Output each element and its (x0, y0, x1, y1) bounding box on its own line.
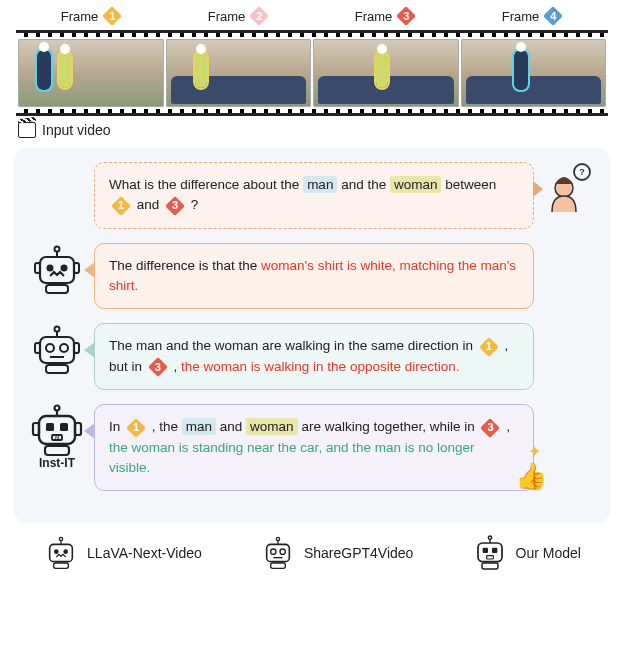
svg-rect-29 (45, 446, 69, 455)
svg-point-16 (55, 327, 60, 332)
frame-3-label: Frame3 (355, 6, 417, 26)
diamond-icon: 1 (479, 337, 499, 357)
svg-rect-42 (271, 563, 286, 568)
conversation-panel: ? What is the difference about the man a… (14, 148, 610, 523)
svg-rect-17 (35, 343, 40, 353)
diamond-icon: 1 (111, 196, 131, 216)
svg-rect-11 (40, 337, 74, 363)
svg-rect-27 (33, 423, 39, 435)
svg-point-37 (271, 549, 276, 554)
frame-4-label: Frame4 (502, 6, 564, 26)
svg-rect-30 (50, 544, 73, 561)
svg-rect-49 (482, 563, 498, 569)
svg-point-48 (488, 536, 491, 539)
frame-2-label: Frame2 (208, 6, 270, 26)
instit-robot-icon: AI (30, 404, 84, 458)
diamond-icon: 3 (396, 6, 416, 26)
svg-rect-22 (60, 423, 68, 431)
legend-ours: Our Model (472, 535, 581, 571)
sharegpt-answer-bubble: The man and the woman are walking in the… (94, 323, 534, 390)
svg-rect-18 (74, 343, 79, 353)
ours-answer-row: AI Inst-IT In 1 , the man and woman are … (30, 404, 594, 491)
svg-rect-9 (74, 263, 79, 273)
svg-point-12 (46, 344, 54, 352)
diamond-icon: 1 (102, 6, 122, 26)
svg-rect-44 (482, 548, 487, 553)
svg-rect-21 (46, 423, 54, 431)
video-frame-2 (166, 39, 312, 107)
diamond-icon: 3 (165, 196, 185, 216)
legend-llava: LLaVA-Next-Video (43, 535, 202, 571)
svg-point-34 (59, 537, 62, 540)
legend-sharegpt: ShareGPT4Video (260, 535, 413, 571)
filmstrip (16, 30, 608, 116)
diamond-icon: 2 (249, 6, 269, 26)
svg-rect-35 (54, 563, 69, 568)
clapperboard-icon (18, 122, 36, 138)
video-frame-1 (18, 39, 164, 107)
instit-avatar-block: AI Inst-IT (30, 404, 84, 470)
instit-label: Inst-IT (30, 456, 84, 470)
thumbs-up-icon: 👍 (515, 457, 547, 496)
svg-rect-45 (492, 548, 497, 553)
highlight-man: man (182, 418, 216, 435)
svg-rect-28 (75, 423, 81, 435)
svg-point-4 (47, 264, 54, 271)
llava-robot-icon (30, 243, 84, 297)
highlight-woman: woman (246, 418, 298, 435)
llava-answer-row: The difference is that the woman's shirt… (30, 243, 594, 310)
user-avatar-icon: ? (544, 162, 594, 218)
svg-rect-36 (267, 544, 290, 561)
instit-robot-icon (472, 535, 508, 571)
frame-labels-row: Frame1 Frame2 Frame3 Frame4 (10, 6, 614, 30)
svg-point-5 (61, 264, 68, 271)
user-question-row: ? What is the difference about the man a… (30, 162, 594, 229)
svg-rect-8 (35, 263, 40, 273)
video-frame-4 (461, 39, 607, 107)
svg-point-26 (55, 406, 60, 411)
sharegpt-robot-icon (260, 535, 296, 571)
diamond-icon: 1 (126, 418, 146, 438)
input-video-label: Input video (10, 116, 614, 148)
svg-text:AI: AI (55, 435, 60, 440)
highlight-man: man (303, 176, 337, 193)
incorrect-text: the woman is walking in the opposite dir… (181, 359, 459, 374)
svg-rect-19 (46, 365, 68, 373)
correct-text: the woman is standing near the car, and … (109, 440, 474, 475)
legend-row: LLaVA-Next-Video ShareGPT4Video Our Mode… (10, 523, 614, 573)
diamond-icon: 3 (480, 418, 500, 438)
ours-answer-bubble: In 1 , the man and woman are walking tog… (94, 404, 534, 491)
llava-robot-icon (43, 535, 79, 571)
highlight-woman: woman (390, 176, 442, 193)
svg-rect-3 (40, 257, 74, 283)
svg-rect-46 (486, 556, 493, 559)
svg-point-41 (276, 537, 279, 540)
user-question-bubble: What is the difference about the man and… (94, 162, 534, 229)
sharegpt-robot-icon (30, 323, 84, 377)
llava-answer-bubble: The difference is that the woman's shirt… (94, 243, 534, 310)
svg-point-31 (54, 549, 59, 554)
svg-text:?: ? (579, 167, 585, 177)
frame-1-label: Frame1 (61, 6, 123, 26)
video-frame-3 (313, 39, 459, 107)
svg-point-7 (55, 246, 60, 251)
svg-point-32 (63, 549, 68, 554)
diamond-icon: 3 (148, 357, 168, 377)
svg-point-13 (60, 344, 68, 352)
diamond-icon: 4 (543, 6, 563, 26)
sharegpt-answer-row: The man and the woman are walking in the… (30, 323, 594, 390)
svg-rect-10 (46, 285, 68, 293)
svg-point-38 (280, 549, 285, 554)
